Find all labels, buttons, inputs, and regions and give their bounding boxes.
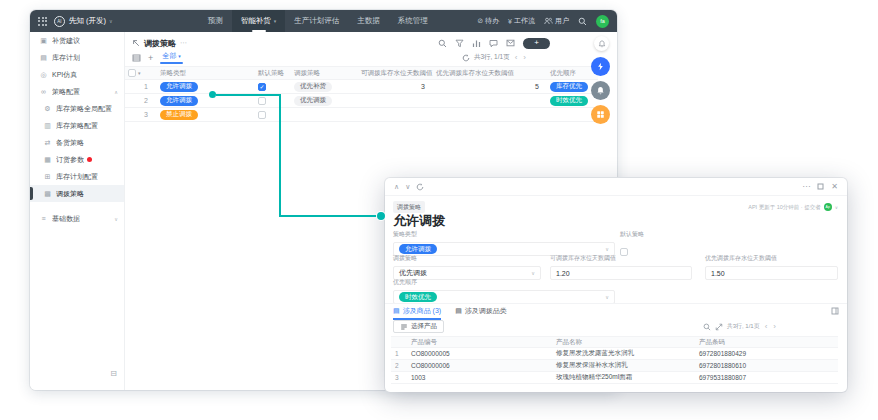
- sidebar-item-stocking-strategy[interactable]: ⇄备货策略: [30, 134, 124, 151]
- brand-caret-icon[interactable]: ∨: [109, 18, 113, 24]
- select-product-icon: [400, 323, 408, 331]
- next-page-icon[interactable]: ›: [772, 322, 777, 331]
- workflow-button[interactable]: ¥工作流: [508, 16, 535, 26]
- expand-icon[interactable]: [715, 323, 723, 331]
- priority-select[interactable]: 时效优先 ∨: [393, 290, 615, 304]
- comment-icon[interactable]: [489, 39, 498, 48]
- maximize-icon[interactable]: [817, 183, 824, 190]
- view-toolbar: + 全部▾ 共3行, 1/1页 ‹ ›: [125, 49, 617, 64]
- nav-smart-replenishment[interactable]: 智能补货▾: [232, 10, 286, 32]
- base-data-icon: ≡: [39, 215, 48, 222]
- col-threshold1: 可调拨库存水位天数阈值: [358, 69, 433, 78]
- users-button[interactable]: 用户: [544, 16, 569, 26]
- transfer-strategy-pill: 优先补货: [294, 82, 332, 92]
- col-default-strategy: 默认策略: [255, 69, 291, 78]
- col-product-name: 产品名称: [552, 338, 695, 347]
- more-menu-icon[interactable]: ⋯: [802, 182, 810, 191]
- nav-forecast[interactable]: 预测: [199, 10, 232, 32]
- table-row[interactable]: 1 允许调拨 优先补货 3 5 库存优先: [125, 80, 598, 94]
- default-strategy-checkbox[interactable]: [258, 97, 266, 105]
- col-transfer-strategy: 调拨策略: [291, 69, 358, 78]
- product-row[interactable]: 1 CO80000005 修复黑发洗发露蓝光水润乳 6972801880429: [391, 348, 838, 360]
- strategy-type-pill: 禁止调拨: [160, 110, 198, 120]
- sidebar-item-inventory-plan[interactable]: ▤库存计划: [30, 49, 124, 66]
- strategy-table: ▾ 策略类型 默认策略 调拨策略 可调拨库存水位天数阈值 优先调拨库存水位天数阈…: [125, 66, 598, 122]
- next-record-icon[interactable]: ∨: [405, 183, 410, 191]
- sidebar-group-strategy-config[interactable]: ∞策略配置∧: [30, 83, 124, 100]
- default-strategy-checkbox[interactable]: [258, 83, 266, 91]
- search-icon[interactable]: [703, 323, 711, 331]
- inventory-plan-icon: ▤: [39, 54, 48, 62]
- nav-system-admin[interactable]: 系统管理: [389, 10, 437, 32]
- sidebar-item-order-params[interactable]: ▦订货参数: [30, 151, 124, 168]
- brand-name: 先知 (开发): [69, 16, 106, 26]
- nav-master-data[interactable]: 主数据: [348, 10, 389, 32]
- refresh-icon[interactable]: [416, 183, 424, 191]
- user-avatar[interactable]: fa: [596, 15, 609, 28]
- refresh-icon[interactable]: [462, 54, 470, 62]
- table-icon: ▤: [455, 307, 462, 315]
- sidebar-item-replenish-suggestion[interactable]: ▣补货建议: [30, 32, 124, 49]
- chevron-down-icon: ∨: [114, 216, 118, 222]
- col-product-code: 产品编号: [407, 338, 552, 347]
- search-icon[interactable]: [578, 17, 587, 26]
- prev-page-icon[interactable]: ‹: [764, 322, 769, 331]
- prev-page-icon[interactable]: ‹: [514, 53, 519, 62]
- view-tab-all[interactable]: 全部▾: [160, 51, 183, 64]
- table-row[interactable]: 3 禁止调拨: [125, 108, 598, 122]
- grid-icon: [596, 110, 605, 119]
- col-product-barcode: 产品条码: [695, 338, 838, 347]
- lightning-icon: [596, 62, 605, 71]
- alerts-fab[interactable]: [591, 81, 610, 100]
- product-row[interactable]: 2 CO80000006 修复黑发保湿补水水润乳 6972801880610: [391, 360, 838, 372]
- select-all-checkbox[interactable]: [128, 69, 136, 77]
- chart-icon[interactable]: [472, 39, 481, 48]
- table-icon: ▥: [43, 122, 52, 130]
- record-dialog: ∧ ∨ ⋯ ✕ 调拨策略 API 更新于 10分钟前 · 提交者 Ap ∨ 允许…: [385, 178, 847, 392]
- sidebar-item-transfer-strategy[interactable]: ▩调拨策略: [30, 185, 124, 202]
- todo-button[interactable]: ⊘待办: [477, 16, 499, 26]
- search-icon[interactable]: [438, 39, 447, 48]
- calculator-icon: ⊞: [43, 173, 52, 181]
- more-menu-icon[interactable]: ⋯: [180, 39, 188, 47]
- notification-fab[interactable]: [594, 36, 609, 51]
- dialog-header: ∧ ∨ ⋯ ✕: [385, 178, 847, 196]
- panel-toggle-icon[interactable]: [831, 307, 839, 315]
- form-icon: ▦: [43, 156, 52, 164]
- notification-badge: [87, 157, 92, 162]
- sidebar-item-inventory-strategy-config[interactable]: ▥库存策略配置: [30, 117, 124, 134]
- next-page-icon[interactable]: ›: [522, 53, 527, 62]
- view-switcher-icon[interactable]: [132, 54, 141, 62]
- quick-actions-fab[interactable]: [591, 57, 610, 76]
- prev-record-icon[interactable]: ∧: [394, 183, 399, 191]
- app-launcher-icon[interactable]: [38, 17, 47, 26]
- default-strategy-checkbox[interactable]: [258, 111, 266, 119]
- add-record-button[interactable]: +: [523, 38, 550, 49]
- field-label: 优先调拨库存水位天数阈值: [705, 254, 838, 263]
- nav-production-plan-eval[interactable]: 生产计划评估: [285, 10, 348, 32]
- top-bar: AI 先知 (开发) ∨ 预测 智能补货▾ 生产计划评估 主数据 系统管理 ⊘待…: [30, 10, 617, 32]
- submitter-avatar[interactable]: Ap: [824, 203, 832, 211]
- sidebar-collapse-icon[interactable]: ⊟: [110, 369, 117, 378]
- sidebar-item-inventory-plan-config[interactable]: ⊞库存计划配置: [30, 168, 124, 185]
- add-view-icon[interactable]: +: [148, 53, 153, 63]
- sidebar-item-global-strategy-config[interactable]: ⚙库存策略全局配置: [30, 100, 124, 117]
- apps-fab[interactable]: [591, 105, 610, 124]
- mail-icon[interactable]: [506, 39, 515, 47]
- filter-icon[interactable]: [455, 39, 464, 48]
- select-product-button[interactable]: 选择产品: [393, 320, 444, 333]
- close-icon[interactable]: ✕: [831, 182, 838, 191]
- product-row[interactable]: 3 1003 玫瑰纯植物精华250ml面霜 6979531880807: [391, 372, 838, 384]
- tab-related-categories[interactable]: ▤涉及调拨品类: [455, 306, 507, 320]
- connector-line: [216, 94, 279, 96]
- bell-icon: [596, 86, 605, 95]
- threshold2-input[interactable]: 1.50: [705, 266, 838, 280]
- sidebar-group-base-data[interactable]: ≡基础数据∨: [30, 210, 124, 227]
- swap-icon: ⇄: [43, 139, 52, 147]
- strategy-type-pill: 允许调拨: [160, 96, 198, 106]
- divider: [385, 303, 847, 304]
- tab-related-products[interactable]: ▤涉及商品 (3): [393, 306, 441, 320]
- table-row[interactable]: 2 允许调拨 优先调拨 时效优先: [125, 94, 598, 108]
- sidebar-item-kpi-simulation[interactable]: ◎KPI仿真: [30, 66, 124, 83]
- threshold2-value: 5: [433, 83, 547, 90]
